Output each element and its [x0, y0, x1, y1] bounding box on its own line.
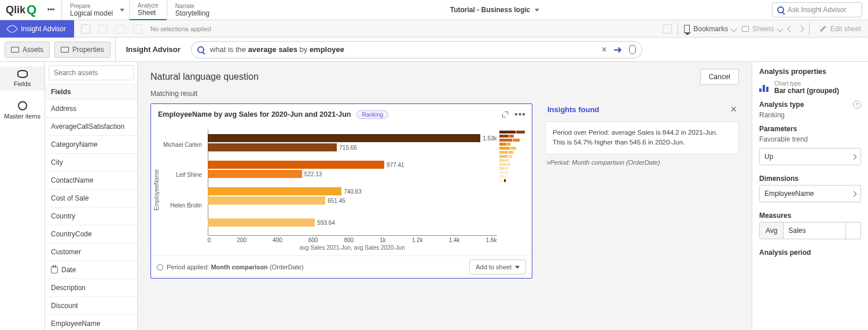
field-item[interactable]: City	[45, 154, 137, 172]
cancel-button[interactable]: Cancel	[700, 69, 739, 85]
app-menu-icon[interactable]: •••	[44, 3, 58, 17]
rail-fields[interactable]: Fields	[0, 66, 45, 91]
insight-advisor-button[interactable]: Insight Advisor	[0, 20, 74, 38]
rail-master-items[interactable]: Master items	[0, 98, 45, 123]
edit-sheet-button[interactable]: Edit sheet	[815, 25, 861, 33]
center-heading: Natural language question	[150, 72, 259, 82]
master-items-icon	[18, 101, 27, 110]
fullscreen-icon[interactable]	[501, 110, 510, 119]
global-search[interactable]: Ask Insight Advisor	[772, 2, 862, 17]
selections-status: No selections applied	[150, 25, 211, 32]
panel-title: Insight Advisor	[116, 45, 191, 54]
favorable-trend-select[interactable]: Up	[759, 148, 861, 165]
qlik-logo[interactable]: QlikQ	[6, 3, 41, 16]
mic-icon[interactable]	[629, 45, 636, 54]
chevron-right-icon	[851, 191, 857, 196]
matching-label: Matching result	[138, 87, 752, 103]
fields-search-input[interactable]	[49, 65, 134, 80]
search-icon	[777, 6, 784, 13]
minimap	[499, 129, 525, 251]
step-forward-icon	[116, 24, 125, 34]
properties-toggle[interactable]: Properties	[54, 42, 111, 58]
selections-tool-icon[interactable]	[663, 24, 672, 34]
field-item[interactable]: Date	[45, 261, 137, 279]
field-item[interactable]: Description	[45, 279, 137, 297]
fields-icon	[17, 70, 28, 78]
analysis-tag: Ranking	[356, 110, 388, 119]
bookmark-icon	[684, 25, 690, 33]
clear-search-icon[interactable]: ×	[602, 45, 607, 55]
bookmarks-dropdown[interactable]: Bookmarks	[684, 25, 736, 33]
dimension-select[interactable]: EmployeeName	[759, 185, 861, 202]
card-title: EmployeeName by avg Sales for 2020-Jun a…	[158, 110, 351, 118]
field-item[interactable]: AverageCallSatisfaction	[45, 118, 137, 136]
x-axis-label: avg Sales 2021-Jun, avg Sales 2020-Jun	[208, 243, 497, 251]
field-item[interactable]: ContactName	[45, 172, 137, 190]
help-icon[interactable]: ?	[853, 101, 861, 109]
nl-search-text: what is the average sales by employee	[210, 45, 596, 54]
measure-select[interactable]: Avg Sales	[759, 222, 861, 239]
field-item[interactable]: Country	[45, 207, 137, 225]
search-icon	[197, 46, 204, 53]
field-item[interactable]: Customer	[45, 243, 137, 261]
fields-header: Fields	[45, 84, 137, 100]
card-menu-icon[interactable]: •••	[516, 110, 525, 119]
chevron-down-icon	[515, 266, 520, 269]
nl-search-box[interactable]: what is the average sales by employee × …	[191, 41, 642, 58]
clock-icon	[157, 264, 163, 270]
props-title: Analysis properties	[759, 68, 861, 76]
insights-title: Insights found	[547, 105, 599, 114]
result-card: EmployeeName by avg Sales for 2020-Jun a…	[150, 103, 532, 279]
close-insights-icon[interactable]: ×	[730, 103, 737, 116]
field-item[interactable]: Address	[45, 100, 137, 118]
assets-toggle[interactable]: Assets	[5, 42, 50, 58]
insight-icon	[6, 23, 18, 35]
insight-note: >Period: Month comparison (OrderDate)	[545, 154, 739, 170]
clear-selections-icon	[133, 24, 142, 34]
field-item[interactable]: CategoryName	[45, 136, 137, 154]
nav-analyze[interactable]: Analyze Sheet	[129, 0, 167, 20]
app-title-dropdown-icon[interactable]	[535, 9, 539, 12]
insight-card: Period over Period: average Sales is 844…	[545, 121, 739, 154]
calendar-icon	[51, 266, 58, 273]
prev-sheet-icon[interactable]	[787, 25, 793, 32]
add-to-sheet-button[interactable]: Add to sheet	[469, 259, 526, 275]
nav-narrate[interactable]: Narrate Storytelling	[167, 0, 218, 20]
smart-search-icon[interactable]	[81, 24, 90, 34]
global-search-placeholder: Ask Insight Advisor	[788, 6, 846, 14]
barchart-icon	[759, 84, 770, 92]
chevron-right-icon	[851, 154, 857, 160]
field-item[interactable]: EmployeeName	[45, 315, 137, 330]
field-item[interactable]: Cost of Sale	[45, 190, 137, 207]
nav-prepare[interactable]: Prepare Logical model	[61, 0, 129, 20]
step-back-icon	[98, 24, 108, 34]
y-axis-label: EmployeeName	[152, 169, 161, 210]
field-item[interactable]: Discount	[45, 297, 137, 315]
pencil-icon	[820, 25, 827, 32]
field-item[interactable]: CountryCode	[45, 225, 137, 243]
submit-search-icon[interactable]: ➜	[613, 45, 623, 55]
next-sheet-icon[interactable]	[797, 25, 804, 32]
app-title: Tutorial - Business logic	[450, 6, 530, 14]
sheets-dropdown[interactable]: Sheets	[742, 25, 782, 33]
